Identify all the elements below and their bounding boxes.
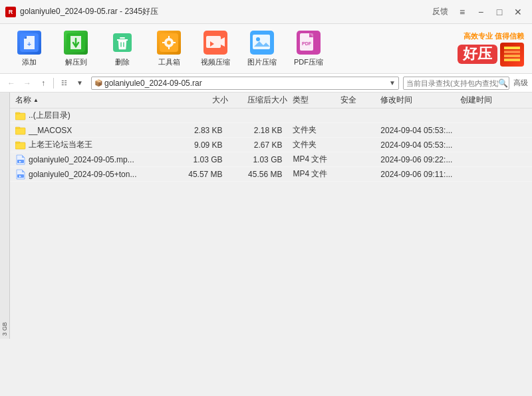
path-dropdown-button[interactable]: ▼ [389, 79, 396, 87]
row-1-type: 文件夹 [287, 124, 340, 136]
svg-rect-17 [504, 55, 520, 57]
file-area: 名称 ▲ 大小 压缩后大小 类型 安全 修改时间 创建时间 [10, 93, 532, 396]
row-4-type: MP4 文件 [287, 168, 340, 180]
toolbar-buttons: + 添加 解压到 [8, 29, 456, 68]
add-label: 添加 [22, 57, 37, 67]
svg-rect-23 [15, 142, 25, 149]
folder-icon [15, 140, 26, 150]
row-2-compressed: 2.67 KB [228, 140, 288, 150]
minimize-button[interactable]: − [472, 3, 489, 21]
row-3-name: golaniyule0_2024-09-05.mp... [15, 154, 168, 165]
image-compress-label: 图片压缩 [247, 57, 277, 67]
image-compress-icon [250, 31, 274, 55]
row-2-modified: 2024-09-04 05:53:... [380, 140, 460, 150]
table-row[interactable]: __MACOSX 2.83 KB 2.18 KB 文件夹 2024-09-04 … [10, 123, 532, 138]
svg-rect-19 [15, 113, 25, 120]
extract-button[interactable]: 解压到 [55, 29, 97, 68]
nav-bar: ← → ↑ ☷ ▼ 📦 golaniyule0_2024-09-05.rar ▼… [0, 74, 532, 93]
file-rows: ..(上层目录) __MACOSX [10, 108, 532, 396]
title-bar: R golaniyule0_2024-09-05.rar - 2345好压 反馈… [0, 0, 532, 24]
search-input[interactable] [406, 79, 498, 87]
file-list-header: 名称 ▲ 大小 压缩后大小 类型 安全 修改时间 创建时间 [10, 93, 532, 108]
svg-point-11 [256, 37, 260, 41]
archive-icon: 📦 [94, 79, 102, 87]
brand-area: 高效专业 值得信赖 好压 [458, 31, 524, 67]
column-modified[interactable]: 修改时间 [380, 95, 460, 106]
svg-rect-21 [15, 128, 25, 134]
column-compressed[interactable]: 压缩后大小 [228, 95, 288, 106]
left-panel-label: 3 GB [1, 322, 8, 336]
video-compress-label: 视频压缩 [201, 57, 230, 67]
delete-icon [110, 31, 134, 55]
advanced-search-button[interactable]: 高级 [513, 78, 528, 88]
delete-button[interactable]: 删除 [101, 29, 144, 68]
svg-rect-10 [253, 35, 270, 49]
main-content: 3 GB 名称 ▲ 大小 压缩后大小 类型 安全 修改时间 [0, 93, 532, 396]
svg-text:PDF: PDF [302, 41, 312, 46]
row-4-name: golaniyule0_2024-09-05+ton... [15, 169, 168, 180]
pdf-compress-icon: PDF [297, 31, 321, 55]
search-icon[interactable]: 🔍 [498, 79, 508, 88]
extract-label: 解压到 [65, 57, 87, 67]
sort-button[interactable]: ▼ [72, 76, 87, 91]
svg-rect-16 [504, 51, 520, 53]
add-button[interactable]: + 添加 [8, 29, 51, 68]
column-name[interactable]: 名称 ▲ [15, 95, 168, 106]
row-0-name: ..(上层目录) [15, 110, 168, 121]
svg-rect-15 [504, 47, 520, 49]
menu-button[interactable]: ≡ [454, 3, 471, 21]
tools-button[interactable]: 工具箱 [148, 29, 190, 68]
svg-rect-8 [206, 36, 221, 48]
row-1-modified: 2024-09-04 05:53:... [380, 126, 460, 135]
app-icon: R [5, 7, 16, 17]
row-4-compressed: 45.56 MB [228, 170, 288, 179]
mp4-file-icon [15, 169, 26, 180]
close-button[interactable]: ✕ [509, 3, 527, 21]
feedback-button[interactable]: 反馈 [432, 6, 448, 17]
row-3-type: MP4 文件 [287, 154, 340, 165]
svg-rect-22 [15, 127, 20, 128]
maximize-button[interactable]: □ [491, 3, 508, 21]
table-row[interactable]: golaniyule0_2024-09-05+ton... 45.57 MB 4… [10, 167, 532, 182]
row-1-name: __MACOSX [15, 125, 168, 136]
toolbar: + 添加 解压到 [0, 24, 532, 74]
column-type[interactable]: 类型 [287, 95, 340, 106]
search-bar: 🔍 [403, 77, 509, 90]
row-3-modified: 2024-09-06 09:22:... [380, 155, 460, 164]
svg-rect-20 [15, 112, 20, 114]
video-compress-button[interactable]: 视频压缩 [194, 29, 237, 68]
back-button[interactable]: ← [4, 76, 19, 91]
column-size[interactable]: 大小 [168, 95, 228, 106]
column-security[interactable]: 安全 [340, 95, 380, 106]
add-icon: + [17, 31, 41, 55]
image-compress-button[interactable]: 图片压缩 [241, 29, 283, 68]
view-options-button[interactable]: ☷ [57, 76, 71, 91]
row-1-compressed: 2.18 KB [228, 126, 288, 135]
table-row[interactable]: 上老王论坛当老王 9.09 KB 2.67 KB 文件夹 2024-09-04 … [10, 138, 532, 152]
sort-arrow-name: ▲ [33, 97, 39, 103]
tools-icon [157, 31, 181, 55]
table-row[interactable]: ..(上层目录) [10, 108, 532, 123]
row-3-size: 1.03 GB [168, 155, 228, 164]
forward-button[interactable]: → [20, 76, 35, 91]
window-controls: ≡ − □ ✕ [454, 3, 527, 21]
column-created[interactable]: 创建时间 [460, 95, 527, 106]
folder-icon [15, 125, 26, 136]
extract-icon [64, 31, 88, 55]
row-2-name: 上老王论坛当老王 [15, 139, 168, 150]
row-4-modified: 2024-09-06 09:11:... [380, 170, 460, 179]
pdf-compress-label: PDF压缩 [294, 57, 323, 67]
row-1-size: 2.83 KB [168, 126, 228, 135]
tools-label: 工具箱 [158, 57, 180, 67]
current-path: golaniyule0_2024-09-05.rar [104, 79, 389, 88]
svg-rect-18 [504, 59, 520, 61]
up-button[interactable]: ↑ [36, 76, 51, 91]
pdf-compress-button[interactable]: PDF PDF压缩 [287, 29, 330, 68]
row-2-size: 9.09 KB [168, 140, 228, 150]
brand-tagline: 高效专业 值得信赖 [464, 31, 524, 41]
row-2-type: 文件夹 [287, 139, 340, 150]
table-row[interactable]: golaniyule0_2024-09-05.mp... 1.03 GB 1.0… [10, 152, 532, 167]
brand-logo: 好压 [458, 45, 497, 63]
row-3-compressed: 1.03 GB [228, 155, 288, 164]
video-compress-icon [203, 31, 227, 55]
